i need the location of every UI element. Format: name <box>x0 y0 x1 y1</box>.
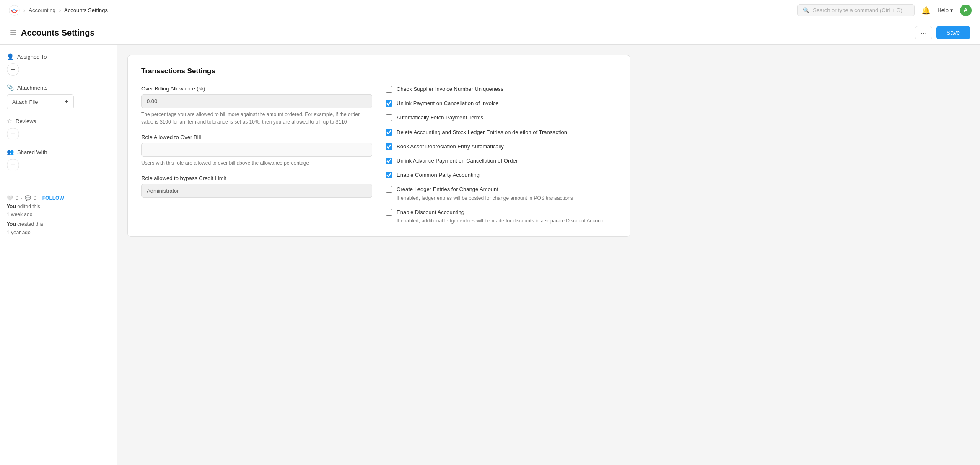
likes-count: 0 <box>16 195 18 201</box>
role-over-bill-group: Role Allowed to Over Bill Users with thi… <box>141 134 372 167</box>
main-layout: 👤 Assigned To + 📎 Attachments Attach Fil… <box>0 45 980 465</box>
sidebar: 👤 Assigned To + 📎 Attachments Attach Fil… <box>0 45 117 465</box>
checkbox-4[interactable] <box>386 129 392 136</box>
over-billing-input[interactable] <box>141 94 372 108</box>
history-actor-2: You <box>7 221 16 227</box>
help-label: Help <box>937 7 949 13</box>
checkbox-7[interactable] <box>386 172 392 178</box>
checkbox-row-9: Enable Discount Accounting <box>386 209 617 216</box>
checkbox-hint-9: If enabled, additional ledger entries wi… <box>397 217 617 225</box>
checkbox-label-3: Automatically Fetch Payment Terms <box>397 114 483 121</box>
follow-button[interactable]: FOLLOW <box>42 195 64 201</box>
checkbox-8[interactable] <box>386 186 392 193</box>
page-header-right: ··· Save <box>915 26 970 39</box>
checkbox-row-7: Enable Common Party Accounting <box>386 171 617 179</box>
checkbox-5[interactable] <box>386 143 392 150</box>
over-billing-label: Over Billing Allowance (%) <box>141 85 372 92</box>
checkbox-item-3: Automatically Fetch Payment Terms <box>386 114 617 121</box>
checkbox-6[interactable] <box>386 158 392 164</box>
role-bypass-input[interactable] <box>141 184 372 198</box>
history-item-2: You created this 1 year ago <box>7 220 110 236</box>
attachments-header: 📎 Attachments <box>7 84 110 91</box>
checkbox-label-8: Create Ledger Entries for Change Amount <box>397 186 498 193</box>
checkbox-row-2: Unlink Payment on Cancellation of Invoic… <box>386 100 617 107</box>
checkbox-label-9: Enable Discount Accounting <box>397 209 464 216</box>
svg-point-0 <box>9 5 20 16</box>
topnav-right: 🔍 Search or type a command (Ctrl + G) 🔔 … <box>797 4 972 16</box>
checkbox-row-3: Automatically Fetch Payment Terms <box>386 114 617 121</box>
chevron-down-icon: ▾ <box>950 7 953 13</box>
shared-with-header: 👥 Shared With <box>7 149 110 155</box>
attachment-icon: 📎 <box>7 84 14 91</box>
notification-bell-icon[interactable]: 🔔 <box>921 6 931 15</box>
over-billing-group: Over Billing Allowance (%) The percentag… <box>141 85 372 126</box>
checkbox-label-1: Check Supplier Invoice Number Uniqueness <box>397 85 503 93</box>
history-time-1: 1 week ago <box>7 212 32 217</box>
topnav: › Accounting › Accounts Settings 🔍 Searc… <box>0 0 980 21</box>
search-placeholder: Search or type a command (Ctrl + G) <box>813 7 902 13</box>
activity-section: 🤍 0 · 💬 0 FOLLOW You edited this 1 week … <box>7 195 110 237</box>
main-content: Transactions Settings Over Billing Allow… <box>117 45 980 465</box>
checkbox-row-6: Unlink Advance Payment on Cancellation o… <box>386 157 617 165</box>
checkbox-item-8: Create Ledger Entries for Change AmountI… <box>386 186 617 202</box>
checkbox-item-6: Unlink Advance Payment on Cancellation o… <box>386 157 617 165</box>
checkbox-row-1: Check Supplier Invoice Number Uniqueness <box>386 85 617 93</box>
share-icon: 👥 <box>7 149 14 155</box>
search-icon: 🔍 <box>803 7 809 13</box>
activity-likes-row: 🤍 0 · 💬 0 FOLLOW <box>7 195 110 201</box>
history-action-2: created this <box>17 221 43 227</box>
search-bar[interactable]: 🔍 Search or type a command (Ctrl + G) <box>797 4 915 16</box>
hamburger-icon[interactable]: ☰ <box>10 29 16 37</box>
checkbox-item-7: Enable Common Party Accounting <box>386 171 617 179</box>
assigned-to-header: 👤 Assigned To <box>7 53 110 60</box>
over-billing-hint: The percentage you are allowed to bill m… <box>141 111 372 126</box>
checkbox-row-5: Book Asset Depreciation Entry Automatica… <box>386 143 617 150</box>
checkbox-item-1: Check Supplier Invoice Number Uniqueness <box>386 85 617 93</box>
checkbox-9[interactable] <box>386 209 392 216</box>
avatar[interactable]: A <box>960 5 972 16</box>
right-column: Check Supplier Invoice Number Uniqueness… <box>386 85 617 225</box>
page-title: Accounts Settings <box>21 28 95 38</box>
attach-file-button[interactable]: Attach File + <box>7 94 74 109</box>
add-review-button[interactable]: + <box>7 128 19 140</box>
dot-separator: · <box>21 195 22 201</box>
assigned-to-section: 👤 Assigned To + <box>7 53 110 76</box>
reviews-label: Reviews <box>16 118 36 124</box>
checkbox-3[interactable] <box>386 114 392 121</box>
role-bypass-group: Role allowed to bypass Credit Limit <box>141 175 372 198</box>
shared-with-label: Shared With <box>17 149 47 155</box>
card-title: Transactions Settings <box>141 67 617 75</box>
save-button[interactable]: Save <box>936 26 970 39</box>
breadcrumb-accounting[interactable]: Accounting <box>29 7 55 13</box>
assigned-to-label: Assigned To <box>17 54 47 60</box>
checkbox-item-2: Unlink Payment on Cancellation of Invoic… <box>386 100 617 107</box>
role-over-bill-input[interactable] <box>141 143 372 157</box>
checkbox-1[interactable] <box>386 86 392 93</box>
settings-grid: Over Billing Allowance (%) The percentag… <box>141 85 617 225</box>
help-button[interactable]: Help ▾ <box>937 7 953 13</box>
breadcrumb-sep-1: › <box>23 7 25 13</box>
page-header: ☰ Accounts Settings ··· Save <box>0 21 980 45</box>
comments-count: 0 <box>34 195 36 201</box>
checkbox-item-9: Enable Discount AccountingIf enabled, ad… <box>386 209 617 225</box>
reviews-header: ☆ Reviews <box>7 118 110 124</box>
add-shared-button[interactable]: + <box>7 159 19 171</box>
checkbox-item-4: Delete Accounting and Stock Ledger Entri… <box>386 129 617 136</box>
checkbox-item-5: Book Asset Depreciation Entry Automatica… <box>386 143 617 150</box>
left-column: Over Billing Allowance (%) The percentag… <box>141 85 372 225</box>
attach-plus-icon: + <box>65 98 68 106</box>
attachments-section: 📎 Attachments Attach File + <box>7 84 110 109</box>
shared-with-section: 👥 Shared With + <box>7 149 110 171</box>
history-time-2: 1 year ago <box>7 230 31 235</box>
history-action-1: edited this <box>17 204 40 209</box>
checkbox-hint-8: If enabled, ledger entries will be poste… <box>397 194 617 202</box>
more-options-button[interactable]: ··· <box>915 26 932 39</box>
history-item-1: You edited this 1 week ago <box>7 203 110 219</box>
attachments-label: Attachments <box>17 85 47 91</box>
checkbox-2[interactable] <box>386 100 392 107</box>
add-assigned-button[interactable]: + <box>7 63 19 76</box>
checkbox-label-4: Delete Accounting and Stock Ledger Entri… <box>397 129 567 136</box>
attach-file-label: Attach File <box>12 99 38 105</box>
checkbox-label-6: Unlink Advance Payment on Cancellation o… <box>397 157 518 165</box>
checkbox-label-7: Enable Common Party Accounting <box>397 171 480 179</box>
